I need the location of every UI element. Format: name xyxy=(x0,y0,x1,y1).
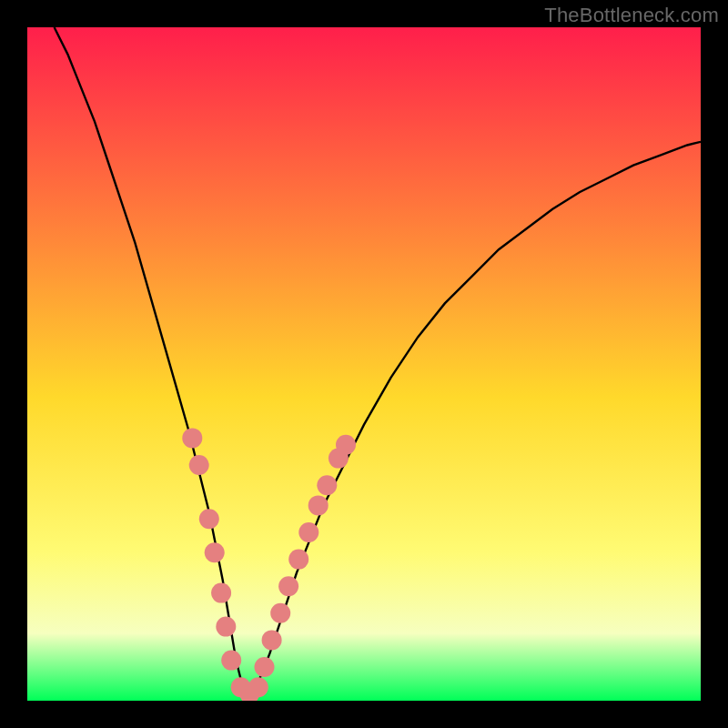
highlight-marker xyxy=(308,495,329,515)
highlight-marker xyxy=(189,455,209,475)
watermark-text: TheBottleneck.com xyxy=(544,4,719,27)
highlight-marker xyxy=(270,603,290,623)
bottleneck-curve xyxy=(55,27,701,701)
highlight-marker xyxy=(336,435,356,455)
highlight-marker xyxy=(211,583,231,603)
highlight-marker xyxy=(216,617,236,637)
highlight-marker xyxy=(248,677,268,697)
highlight-marker xyxy=(182,428,202,448)
highlight-marker xyxy=(298,522,318,542)
highlight-marker xyxy=(262,630,282,650)
highlight-markers xyxy=(182,428,356,701)
highlight-marker xyxy=(221,651,241,671)
highlight-marker xyxy=(205,542,225,562)
highlight-marker xyxy=(288,550,308,570)
highlight-marker xyxy=(199,509,219,529)
highlight-marker xyxy=(317,475,337,495)
highlight-marker xyxy=(278,576,298,596)
highlight-marker xyxy=(255,657,275,677)
bottleneck-curve-plot xyxy=(27,27,701,701)
plot-frame xyxy=(27,27,701,701)
